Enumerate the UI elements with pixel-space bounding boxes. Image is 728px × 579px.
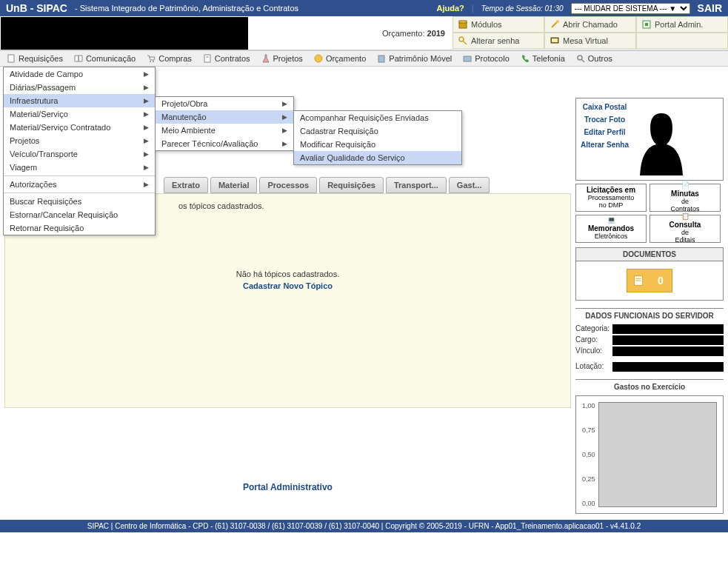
logout-link[interactable]: SAIR — [698, 2, 722, 14]
dropdown-manutencao: Acompanhar Requisições Enviadas Cadastra… — [293, 110, 462, 165]
help-link[interactable]: Ajuda? — [437, 4, 464, 13]
no-topics-msg: Não há tópicos cadastrados. — [16, 270, 560, 278]
dd1-diarias[interactable]: Diárias/Passagem▶ — [4, 81, 155, 94]
tb-comunicacao[interactable]: Comunicação — [73, 53, 136, 64]
label-cargo: Cargo: — [575, 335, 612, 345]
box-icon — [458, 19, 468, 30]
dd2-manutencao[interactable]: Manutenção▶ — [156, 110, 293, 124]
dd2-meio-ambiente[interactable]: Meio Ambiente▶ — [156, 124, 293, 137]
dd1-material-contratado[interactable]: Material/Serviço Contratado▶ — [4, 121, 155, 134]
tb-protocolo[interactable]: Protocolo — [462, 53, 509, 64]
brand: UnB - SIPAC — [6, 2, 67, 14]
dados-funcionais-header: DADOS FUNCIONAIS DO SERVIDOR — [575, 308, 724, 320]
mesa-virtual-link[interactable]: Mesa Virtual — [544, 33, 636, 49]
dd2-parecer[interactable]: Parecer Técnico/Avaliação▶ — [156, 137, 293, 150]
chevron-right-icon: ▶ — [282, 113, 287, 121]
banner-memorandos[interactable]: 💻 Memorandos Eletrônicos — [575, 215, 647, 243]
tb-patrimonio[interactable]: Patrimônio Móvel — [376, 53, 452, 64]
alterar-senha-link[interactable]: Alterar senha — [453, 33, 544, 49]
banner-licitacoes[interactable]: Licitações em Processamento no DMP — [575, 184, 647, 212]
page-icon — [202, 53, 213, 64]
value-vinculo — [612, 347, 724, 356]
dd2-projeto-obra[interactable]: Projeto/Obra▶ — [156, 97, 293, 110]
tabs-row: Extrato Material Processos Requisições T… — [164, 177, 571, 193]
svg-rect-5 — [645, 23, 648, 26]
tb-contratos[interactable]: Contratos — [202, 53, 250, 64]
dd1-autorizacoes[interactable]: Autorizações▶ — [4, 178, 155, 191]
tb-telefonia[interactable]: Telefonia — [520, 53, 565, 64]
chevron-right-icon: ▶ — [144, 70, 149, 78]
top-bar: UnB - SIPAC - Sistema Integrado de Patri… — [0, 0, 728, 16]
editar-perfil-link[interactable]: Editar Perfil — [581, 128, 629, 136]
svg-rect-1 — [459, 21, 467, 23]
chevron-right-icon: ▶ — [144, 110, 149, 118]
chevron-right-icon: ▶ — [144, 124, 149, 131]
header-links: Módulos Abrir Chamado Portal Admin. A — [453, 16, 728, 50]
modulos-link[interactable]: Módulos — [453, 16, 544, 33]
tab-transport[interactable]: Transport... — [386, 177, 447, 193]
svg-line-19 — [581, 59, 584, 62]
tb-outros[interactable]: Outros — [575, 53, 612, 64]
tb-requisicoes[interactable]: Requisições — [6, 53, 63, 64]
dd1-buscar[interactable]: Buscar Requisições — [4, 195, 155, 208]
dd1-veiculo[interactable]: Veículo/Transporte▶ — [4, 147, 155, 161]
svg-rect-9 — [552, 39, 558, 42]
dd1-retornar[interactable]: Retornar Requisição — [4, 221, 155, 235]
dd1-viagem[interactable]: Viagem▶ — [4, 161, 155, 174]
doc-badge[interactable]: 0 — [627, 269, 672, 292]
portal-admin-link[interactable]: Portal Admin. — [636, 16, 728, 33]
dd3-acompanhar[interactable]: Acompanhar Requisições Enviadas — [294, 111, 461, 124]
value-cargo — [612, 335, 724, 345]
dd3-cadastrar[interactable]: Cadastrar Requisição — [294, 124, 461, 138]
toolbar: Requisições Comunicação Compras Contrato… — [0, 50, 728, 67]
dropdown-requisicoes: Atividade de Campo▶ Diárias/Passagem▶ In… — [3, 67, 156, 235]
tb-orcamento[interactable]: Orçamento — [313, 53, 366, 64]
label-lotacao: Lotação: — [575, 362, 612, 372]
search-icon — [575, 53, 586, 64]
tb-projetos[interactable]: Projetos — [261, 53, 303, 64]
system-select[interactable]: --- MUDAR DE SISTEMA --- ▼ — [571, 3, 690, 14]
cadastrar-link[interactable]: Cadastrar Novo Tópico — [16, 281, 560, 290]
dd3-modificar[interactable]: Modificar Requisição — [294, 138, 461, 151]
chevron-right-icon: ▶ — [144, 137, 149, 144]
wand-icon — [550, 19, 560, 30]
side-column: Caixa Postal Trocar Foto Editar Perfil A… — [575, 71, 724, 514]
chevron-right-icon: ▶ — [144, 84, 149, 91]
trocar-foto-link[interactable]: Trocar Foto — [581, 116, 629, 124]
tab-requisicoes[interactable]: Requisições — [319, 177, 384, 193]
banner-editais[interactable]: 📋 Consulta de Editais — [649, 215, 721, 243]
chevron-right-icon: ▶ — [144, 97, 149, 104]
doc-icon — [627, 270, 649, 292]
tab-processos[interactable]: Processos — [259, 177, 317, 193]
banner-minutas[interactable]: 📄 Minutas de Contratos — [649, 184, 721, 212]
building-icon — [376, 53, 387, 64]
chart-plot-area — [598, 402, 717, 507]
dd1-material-servico[interactable]: Material/Serviço▶ — [4, 107, 155, 121]
svg-point-15 — [315, 55, 322, 62]
tab-gast[interactable]: Gast... — [449, 177, 490, 193]
dd1-estornar[interactable]: Estornar/Cancelar Requisição — [4, 208, 155, 221]
cart-icon — [146, 53, 156, 64]
tb-compras[interactable]: Compras — [146, 53, 192, 64]
alterar-senha-link[interactable]: Alterar Senha — [581, 141, 629, 149]
empty-cell — [636, 33, 728, 49]
documentos-body: 0 — [575, 261, 724, 301]
caixa-postal-link[interactable]: Caixa Postal — [581, 103, 629, 111]
profile-box: Caixa Postal Trocar Foto Editar Perfil A… — [575, 98, 724, 181]
value-lotacao — [612, 362, 724, 372]
abrir-chamado-link[interactable]: Abrir Chamado — [544, 16, 636, 33]
dd3-avaliar[interactable]: Avaliar Qualidade do Serviço — [294, 151, 461, 164]
partial-text: os tópicos cadastrados. — [178, 201, 560, 210]
tab-material[interactable]: Material — [210, 177, 258, 193]
dd1-projetos[interactable]: Projetos▶ — [4, 134, 155, 147]
footer: SIPAC | Centro de Informática - CPD - (6… — [0, 520, 728, 532]
dropdown-infraestrutura: Projeto/Obra▶ Manutenção▶ Meio Ambiente▶… — [155, 96, 294, 151]
svg-rect-17 — [464, 56, 471, 61]
tab-extrato[interactable]: Extrato — [164, 177, 208, 193]
value-categoria — [612, 324, 724, 334]
phone-icon — [520, 53, 530, 64]
flask-icon — [261, 53, 271, 64]
doc-icon — [6, 53, 16, 64]
dd1-atividade-campo[interactable]: Atividade de Campo▶ — [4, 67, 155, 81]
dd1-infraestrutura[interactable]: Infraestrutura▶ — [4, 94, 155, 107]
